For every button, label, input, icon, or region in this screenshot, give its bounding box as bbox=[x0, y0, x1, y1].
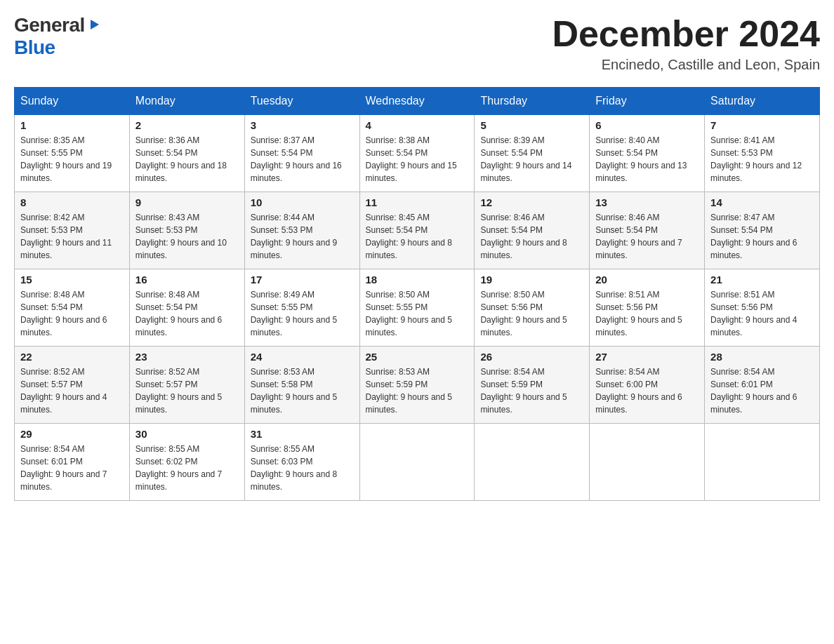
table-row: 3 Sunrise: 8:37 AM Sunset: 5:54 PM Dayli… bbox=[244, 115, 359, 192]
table-row: 1 Sunrise: 8:35 AM Sunset: 5:55 PM Dayli… bbox=[15, 115, 130, 192]
day-info: Sunrise: 8:36 AM Sunset: 5:54 PM Dayligh… bbox=[135, 134, 239, 185]
day-info: Sunrise: 8:35 AM Sunset: 5:55 PM Dayligh… bbox=[20, 134, 124, 185]
day-number: 2 bbox=[135, 119, 239, 131]
day-info: Sunrise: 8:50 AM Sunset: 5:55 PM Dayligh… bbox=[366, 288, 469, 339]
day-info: Sunrise: 8:48 AM Sunset: 5:54 PM Dayligh… bbox=[135, 288, 239, 339]
table-row: 31 Sunrise: 8:55 AM Sunset: 6:03 PM Dayl… bbox=[244, 424, 359, 501]
day-info: Sunrise: 8:51 AM Sunset: 5:56 PM Dayligh… bbox=[595, 288, 699, 339]
calendar-week-row: 15 Sunrise: 8:48 AM Sunset: 5:54 PM Dayl… bbox=[15, 269, 820, 347]
table-row: 16 Sunrise: 8:48 AM Sunset: 5:54 PM Dayl… bbox=[129, 269, 244, 347]
day-number: 18 bbox=[366, 274, 469, 286]
table-row: 8 Sunrise: 8:42 AM Sunset: 5:53 PM Dayli… bbox=[15, 192, 130, 269]
day-info: Sunrise: 8:45 AM Sunset: 5:54 PM Dayligh… bbox=[366, 211, 469, 262]
day-number: 19 bbox=[480, 274, 583, 286]
day-number: 30 bbox=[135, 428, 239, 440]
day-info: Sunrise: 8:53 AM Sunset: 5:59 PM Dayligh… bbox=[366, 365, 469, 416]
day-info: Sunrise: 8:52 AM Sunset: 5:57 PM Dayligh… bbox=[20, 365, 124, 416]
weekday-header-row: Sunday Monday Tuesday Wednesday Thursday… bbox=[15, 88, 820, 115]
day-number: 7 bbox=[710, 119, 814, 131]
table-row: 18 Sunrise: 8:50 AM Sunset: 5:55 PM Dayl… bbox=[359, 269, 475, 347]
table-row: 26 Sunrise: 8:54 AM Sunset: 5:59 PM Dayl… bbox=[475, 347, 590, 424]
day-number: 14 bbox=[710, 196, 814, 208]
day-info: Sunrise: 8:52 AM Sunset: 5:57 PM Dayligh… bbox=[135, 365, 239, 416]
day-info: Sunrise: 8:37 AM Sunset: 5:54 PM Dayligh… bbox=[251, 134, 354, 185]
day-info: Sunrise: 8:49 AM Sunset: 5:55 PM Dayligh… bbox=[251, 288, 354, 339]
table-row bbox=[475, 424, 590, 501]
table-row: 22 Sunrise: 8:52 AM Sunset: 5:57 PM Dayl… bbox=[15, 347, 130, 424]
day-info: Sunrise: 8:47 AM Sunset: 5:54 PM Dayligh… bbox=[710, 211, 814, 262]
header-monday: Monday bbox=[129, 88, 244, 115]
table-row: 28 Sunrise: 8:54 AM Sunset: 6:01 PM Dayl… bbox=[705, 347, 820, 424]
table-row: 15 Sunrise: 8:48 AM Sunset: 5:54 PM Dayl… bbox=[15, 269, 130, 347]
day-info: Sunrise: 8:55 AM Sunset: 6:03 PM Dayligh… bbox=[251, 443, 354, 493]
day-number: 1 bbox=[20, 119, 124, 131]
title-area: December 2024 Encinedo, Castille and Leo… bbox=[552, 14, 820, 73]
day-info: Sunrise: 8:43 AM Sunset: 5:53 PM Dayligh… bbox=[135, 211, 239, 262]
day-number: 31 bbox=[251, 428, 354, 440]
location-subtitle: Encinedo, Castille and Leon, Spain bbox=[552, 57, 820, 73]
day-info: Sunrise: 8:48 AM Sunset: 5:54 PM Dayligh… bbox=[20, 288, 124, 339]
day-number: 15 bbox=[20, 274, 124, 286]
day-number: 12 bbox=[480, 196, 583, 208]
day-info: Sunrise: 8:53 AM Sunset: 5:58 PM Dayligh… bbox=[251, 365, 354, 416]
day-number: 3 bbox=[251, 119, 354, 131]
calendar-table: Sunday Monday Tuesday Wednesday Thursday… bbox=[14, 87, 820, 501]
calendar-week-row: 22 Sunrise: 8:52 AM Sunset: 5:57 PM Dayl… bbox=[15, 347, 820, 424]
table-row: 17 Sunrise: 8:49 AM Sunset: 5:55 PM Dayl… bbox=[244, 269, 359, 347]
table-row: 11 Sunrise: 8:45 AM Sunset: 5:54 PM Dayl… bbox=[359, 192, 475, 269]
svg-marker-0 bbox=[91, 20, 99, 29]
day-number: 17 bbox=[251, 274, 354, 286]
day-number: 8 bbox=[20, 196, 124, 208]
day-info: Sunrise: 8:51 AM Sunset: 5:56 PM Dayligh… bbox=[710, 288, 814, 339]
day-info: Sunrise: 8:54 AM Sunset: 6:01 PM Dayligh… bbox=[20, 443, 124, 493]
day-number: 24 bbox=[251, 351, 354, 363]
table-row: 19 Sunrise: 8:50 AM Sunset: 5:56 PM Dayl… bbox=[475, 269, 590, 347]
day-number: 26 bbox=[480, 351, 583, 363]
day-number: 20 bbox=[595, 274, 699, 286]
day-info: Sunrise: 8:44 AM Sunset: 5:53 PM Dayligh… bbox=[251, 211, 354, 262]
header-thursday: Thursday bbox=[475, 88, 590, 115]
table-row: 24 Sunrise: 8:53 AM Sunset: 5:58 PM Dayl… bbox=[244, 347, 359, 424]
day-number: 11 bbox=[366, 196, 469, 208]
day-number: 16 bbox=[135, 274, 239, 286]
table-row: 25 Sunrise: 8:53 AM Sunset: 5:59 PM Dayl… bbox=[359, 347, 475, 424]
day-number: 22 bbox=[20, 351, 124, 363]
calendar-week-row: 1 Sunrise: 8:35 AM Sunset: 5:55 PM Dayli… bbox=[15, 115, 820, 192]
logo-arrow-icon bbox=[86, 17, 102, 32]
table-row: 9 Sunrise: 8:43 AM Sunset: 5:53 PM Dayli… bbox=[129, 192, 244, 269]
table-row bbox=[705, 424, 820, 501]
table-row: 7 Sunrise: 8:41 AM Sunset: 5:53 PM Dayli… bbox=[705, 115, 820, 192]
day-info: Sunrise: 8:50 AM Sunset: 5:56 PM Dayligh… bbox=[480, 288, 583, 339]
table-row: 30 Sunrise: 8:55 AM Sunset: 6:02 PM Dayl… bbox=[129, 424, 244, 501]
table-row: 12 Sunrise: 8:46 AM Sunset: 5:54 PM Dayl… bbox=[475, 192, 590, 269]
table-row: 20 Sunrise: 8:51 AM Sunset: 5:56 PM Dayl… bbox=[590, 269, 705, 347]
day-number: 23 bbox=[135, 351, 239, 363]
day-number: 9 bbox=[135, 196, 239, 208]
table-row: 2 Sunrise: 8:36 AM Sunset: 5:54 PM Dayli… bbox=[129, 115, 244, 192]
table-row bbox=[359, 424, 475, 501]
day-number: 28 bbox=[710, 351, 814, 363]
day-number: 13 bbox=[595, 196, 699, 208]
day-info: Sunrise: 8:40 AM Sunset: 5:54 PM Dayligh… bbox=[595, 134, 699, 185]
table-row: 14 Sunrise: 8:47 AM Sunset: 5:54 PM Dayl… bbox=[705, 192, 820, 269]
logo-general-text: General bbox=[14, 14, 85, 36]
calendar-week-row: 29 Sunrise: 8:54 AM Sunset: 6:01 PM Dayl… bbox=[15, 424, 820, 501]
day-info: Sunrise: 8:38 AM Sunset: 5:54 PM Dayligh… bbox=[366, 134, 469, 185]
month-year-title: December 2024 bbox=[552, 14, 820, 54]
table-row bbox=[590, 424, 705, 501]
day-number: 6 bbox=[595, 119, 699, 131]
logo-blue-text: Blue bbox=[14, 36, 55, 58]
page-header: General Blue December 2024 Encinedo, Cas… bbox=[14, 14, 820, 73]
day-info: Sunrise: 8:54 AM Sunset: 6:00 PM Dayligh… bbox=[595, 365, 699, 416]
table-row: 21 Sunrise: 8:51 AM Sunset: 5:56 PM Dayl… bbox=[705, 269, 820, 347]
table-row: 23 Sunrise: 8:52 AM Sunset: 5:57 PM Dayl… bbox=[129, 347, 244, 424]
table-row: 27 Sunrise: 8:54 AM Sunset: 6:00 PM Dayl… bbox=[590, 347, 705, 424]
table-row: 6 Sunrise: 8:40 AM Sunset: 5:54 PM Dayli… bbox=[590, 115, 705, 192]
day-info: Sunrise: 8:54 AM Sunset: 5:59 PM Dayligh… bbox=[480, 365, 583, 416]
day-number: 10 bbox=[251, 196, 354, 208]
day-number: 21 bbox=[710, 274, 814, 286]
header-tuesday: Tuesday bbox=[244, 88, 359, 115]
day-info: Sunrise: 8:55 AM Sunset: 6:02 PM Dayligh… bbox=[135, 443, 239, 493]
header-sunday: Sunday bbox=[15, 88, 130, 115]
table-row: 29 Sunrise: 8:54 AM Sunset: 6:01 PM Dayl… bbox=[15, 424, 130, 501]
